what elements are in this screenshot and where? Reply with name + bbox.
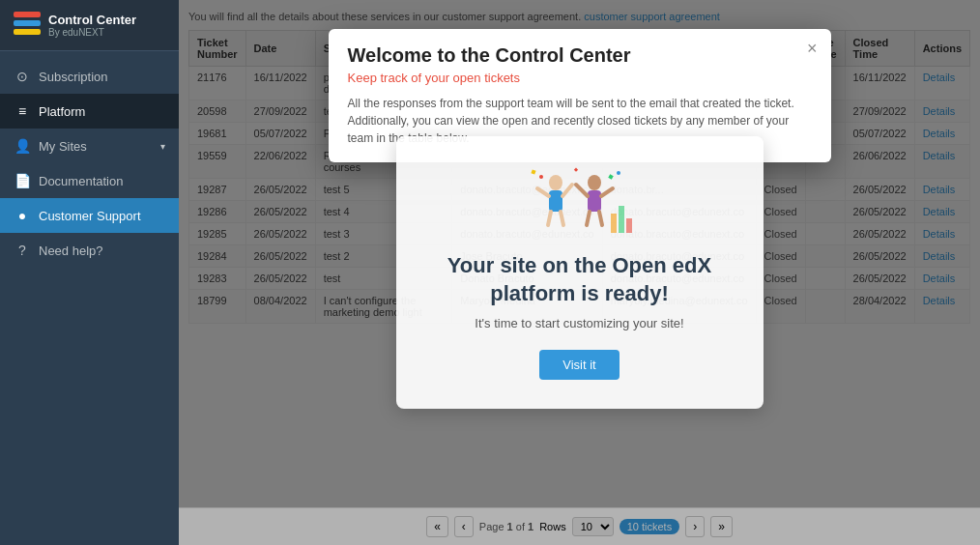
svg-line-8	[576, 185, 588, 196]
modal-subtitle: Keep track of your open tickets	[348, 71, 812, 85]
svg-point-18	[539, 175, 543, 179]
svg-rect-15	[531, 170, 535, 175]
svg-rect-17	[608, 175, 613, 180]
celebrate-illustration	[522, 165, 638, 243]
logo-title: Control Center	[48, 13, 136, 27]
svg-line-11	[599, 212, 602, 225]
svg-line-10	[587, 212, 590, 225]
site-ready-button[interactable]: Visit it	[539, 350, 619, 380]
site-ready-title: Your site on the Open edX platform is re…	[435, 252, 725, 307]
logo-text: Control Center By eduNEXT	[48, 13, 136, 38]
sidebar-item-label: Customer Support	[39, 209, 141, 223]
main-content: You will find all the details about thes…	[179, 0, 980, 545]
sidebar-item-label: Subscription	[39, 70, 108, 84]
svg-rect-14	[626, 218, 632, 233]
svg-line-2	[537, 188, 549, 196]
sidebar: Control Center By eduNEXT ⊙ Subscription…	[0, 0, 179, 545]
sidebar-item-label: My Sites	[39, 139, 87, 154]
sidebar-item-documentation[interactable]: 📄 Documentation	[0, 163, 179, 198]
subscription-icon: ⊙	[14, 69, 31, 84]
svg-line-3	[562, 185, 572, 196]
modal-title: Welcome to the Control Center	[348, 44, 812, 67]
svg-rect-12	[611, 214, 617, 233]
svg-line-4	[548, 212, 551, 225]
sidebar-item-label: Platform	[39, 104, 85, 119]
sidebar-item-label: Need help?	[39, 244, 103, 258]
svg-point-6	[588, 175, 601, 190]
sidebar-item-platform[interactable]: ≡ Platform	[0, 94, 179, 129]
sidebar-item-subscription[interactable]: ⊙ Subscription	[0, 59, 179, 94]
site-ready-desc: It's time to start customizing your site…	[435, 316, 725, 330]
documentation-icon: 📄	[14, 173, 31, 188]
svg-rect-1	[549, 190, 562, 212]
need-help-icon: ?	[14, 243, 31, 258]
mysites-arrow: ▾	[160, 141, 165, 152]
modal-header: Welcome to the Control Center Keep track…	[329, 29, 831, 85]
sidebar-item-mysites[interactable]: 👤 My Sites ▾	[0, 129, 179, 163]
logo-subtitle: By eduNEXT	[48, 27, 136, 38]
svg-rect-7	[588, 190, 601, 212]
logo-bar-blue	[14, 20, 41, 26]
sidebar-item-need-help[interactable]: ? Need help?	[0, 233, 179, 268]
customer-support-icon: ●	[14, 208, 31, 223]
modal-close-button[interactable]: ×	[807, 39, 818, 59]
logo-bar-red	[14, 12, 41, 17]
svg-point-19	[617, 171, 620, 175]
sidebar-nav: ⊙ Subscription ≡ Platform 👤 My Sites ▾ 📄…	[0, 51, 179, 545]
svg-point-0	[549, 175, 562, 190]
platform-icon: ≡	[14, 103, 31, 119]
mysites-icon: 👤	[14, 138, 31, 154]
logo: Control Center By eduNEXT	[0, 0, 179, 51]
svg-rect-13	[619, 206, 624, 233]
svg-line-9	[601, 188, 613, 196]
logo-bar-yellow	[14, 29, 41, 35]
svg-line-5	[561, 212, 563, 225]
site-ready-card: Your site on the Open edX platform is re…	[396, 136, 764, 408]
logo-icon	[14, 12, 41, 39]
svg-rect-16	[573, 168, 577, 172]
sidebar-item-label: Documentation	[39, 174, 123, 188]
sidebar-item-customer-support[interactable]: ● Customer Support	[0, 198, 179, 233]
